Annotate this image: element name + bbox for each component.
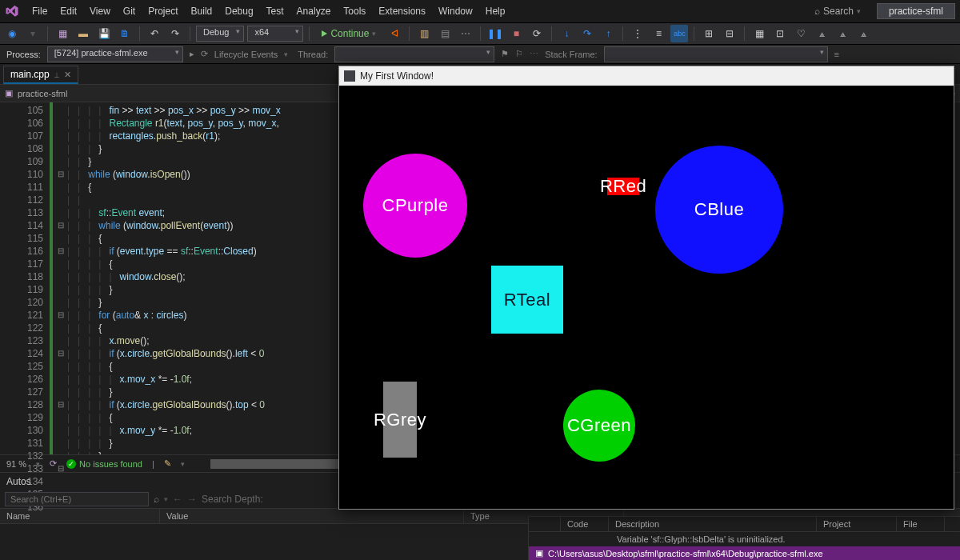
brush-icon[interactable]: ✎ [164,458,171,469]
save-all-icon[interactable]: 🗎 [116,25,134,42]
menu-view[interactable]: View [83,3,117,19]
menu-file[interactable]: File [26,3,54,19]
process-combo[interactable]: [5724] practice-sfml.exe [47,46,183,62]
nav-back-button[interactable]: ◉ [3,25,21,42]
undo-button[interactable]: ↶ [146,25,163,42]
tb-misc-6[interactable]: ▦ [750,25,768,42]
new-file-icon[interactable]: ▦ [54,25,71,42]
pause-button[interactable]: ❚❚ [486,25,504,42]
menu-analyze[interactable]: Analyze [290,3,338,19]
stack-combo[interactable] [604,46,828,62]
open-icon[interactable]: ▬ [74,25,92,42]
search-icon[interactable]: ⌕ [154,494,159,505]
tb-misc-4[interactable]: ⊞ [700,25,718,42]
shape-rteal: RTeal [491,266,563,334]
pin-icon[interactable]: ⟂ [54,70,59,79]
menu-window[interactable]: Window [432,3,479,19]
chevron-down-icon: ▾ [857,7,861,15]
context-project[interactable]: practice-sfml [18,89,67,98]
main-toolbar: ◉ ▾ ▦ ▬ 💾 🗎 ↶ ↷ Debug x64 Continue ▾ ᐊ ▥… [0,22,960,45]
exe-icon: ▣ [535,548,543,558]
tb-misc-11[interactable]: ⟁ [854,25,872,42]
change-indicator-bar [48,102,54,454]
tb-misc-10[interactable]: ⟁ [834,25,851,42]
save-icon[interactable]: 💾 [95,25,113,42]
thread-label: Thread: [298,50,328,59]
tab-main-cpp[interactable]: main.cpp ⟂ ✕ [3,66,78,84]
search-label: Search [823,6,854,17]
col-file[interactable]: File [897,517,945,531]
col-value[interactable]: Value [160,509,464,523]
step-out-icon[interactable]: ↑ [599,25,617,42]
global-search[interactable]: ⌕ Search ▾ [808,4,867,18]
zoom-level[interactable]: 91 % [6,459,26,469]
process-label: Process: [6,50,41,59]
platform-combo[interactable]: x64 [247,26,303,42]
output-footer: ▣ C:\Users\asus\Desktop\sfml\practice-sf… [529,546,960,560]
close-icon[interactable]: ✕ [64,70,71,80]
shape-cpurple: CPurple [363,154,467,258]
col-project[interactable]: Project [817,517,897,531]
col-code[interactable]: Code [561,517,609,531]
vs-logo-icon [5,4,19,18]
project-selector[interactable]: practice-sfml [877,3,955,19]
continue-label: Continue [330,28,369,39]
issues-indicator[interactable]: No issues found [66,459,142,469]
autos-search-input[interactable] [5,492,149,506]
menu-tools[interactable]: Tools [337,3,372,19]
error-list-panel: Code Description Project File Variable '… [528,516,960,560]
restart-button[interactable]: ⟳ [528,25,546,42]
search-icon: ⌕ [814,6,820,17]
search-depth-label: Search Depth: [202,494,263,505]
sfml-titlebar[interactable]: My First Window! [339,66,954,86]
tb-icon-1[interactable]: ▥ [415,25,433,42]
tb-icon-3[interactable]: ⋯ [457,25,474,42]
debug-process-bar: Process: [5724] practice-sfml.exe ▸ ⟳ Li… [0,45,960,64]
menu-debug[interactable]: Debug [218,3,259,19]
shape-cgreen: CGreen [563,390,635,462]
col-name[interactable]: Name [0,509,160,523]
col-desc[interactable]: Description [609,517,817,531]
tb-misc-1[interactable]: ⋮ [629,25,646,42]
stack-frame-label: Stack Frame: [545,50,597,59]
tb-misc-8[interactable]: ♡ [792,25,810,42]
menu-project[interactable]: Project [142,3,184,19]
fold-gutter[interactable]: ⊟⊟⊟⊟⊟⊟⊟ [54,102,67,454]
tb-misc-9[interactable]: ⟁ [813,25,830,42]
tb-misc-2[interactable]: ≡ [650,25,667,42]
stop-button[interactable]: ■ [507,25,525,42]
shape-cblue: CBlue [655,146,783,274]
sync-icon[interactable]: ⟳ [50,458,57,469]
menu-bar: FileEditViewGitProjectBuildDebugTestAnal… [0,0,960,22]
tb-icon-2[interactable]: ▤ [436,25,454,42]
tb-misc-3[interactable]: abc [670,25,688,42]
project-icon: ▣ [5,88,13,98]
lifecycle-label[interactable]: Lifecycle Events [214,50,278,59]
sfml-app-icon [344,70,355,82]
hot-reload-icon[interactable]: ᐊ [386,25,403,42]
thread-combo[interactable] [334,46,494,62]
tb-misc-7[interactable]: ⊡ [771,25,789,42]
menu-git[interactable]: Git [117,3,142,19]
menu-edit[interactable]: Edit [54,3,83,19]
error-row[interactable]: Variable 'sf::Glyph::lsbDelta' is uninit… [529,532,960,546]
tab-label: main.cpp [10,69,50,80]
sfml-app-window[interactable]: My First Window! CPurpleRRedCBlueRTealRG… [338,66,954,510]
shape-rred: RRed [607,178,639,195]
nav-fwd-button[interactable]: ▾ [24,25,42,42]
shape-rgrey: RGrey [383,382,417,458]
menu-test[interactable]: Test [260,3,290,19]
step-into-icon[interactable]: ↓ [558,25,575,42]
menu-build[interactable]: Build [185,3,219,19]
redo-button[interactable]: ↷ [166,25,184,42]
menu-help[interactable]: Help [479,3,512,19]
footer-path: C:\Users\asus\Desktop\sfml\practice-sfml… [548,549,823,558]
error-columns: Code Description Project File [529,517,960,532]
tb-misc-5[interactable]: ⊟ [721,25,738,42]
step-over-icon[interactable]: ↷ [578,25,596,42]
line-number-gutter: 1051061071081091101111121131141151161171… [0,102,48,454]
menu-extensions[interactable]: Extensions [372,3,432,19]
config-combo[interactable]: Debug [196,26,244,42]
sfml-title: My First Window! [360,70,434,82]
continue-button[interactable]: Continue ▾ [315,26,382,41]
